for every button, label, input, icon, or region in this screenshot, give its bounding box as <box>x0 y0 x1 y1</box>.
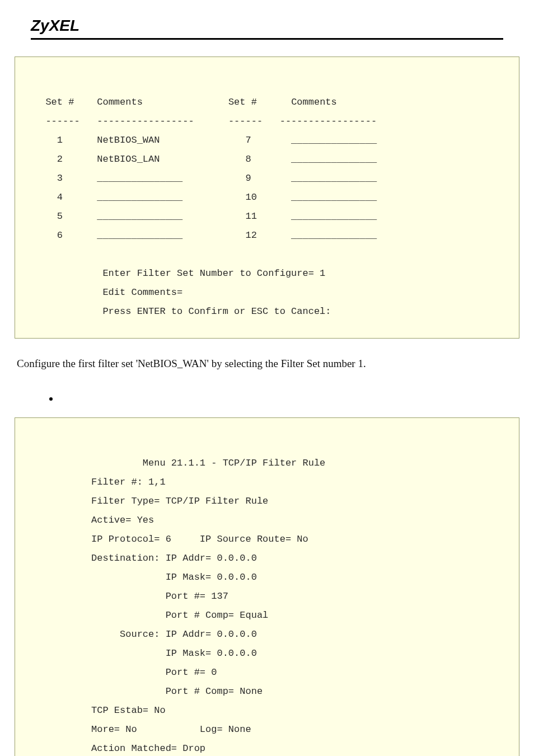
rule-line: Port # Comp= Equal <box>34 610 268 621</box>
filter-rule-box: Menu 21.1.1 - TCP/IP Filter Rule Filter … <box>15 417 519 756</box>
rule-line: Port # Comp= None <box>34 686 263 697</box>
table-row: 4 _______________ 10 _______________ <box>34 192 377 203</box>
rule-line: Destination: IP Addr= 0.0.0.0 <box>34 553 257 564</box>
rule-line: Action Matched= Drop <box>34 743 205 754</box>
rule-line: Filter #: 1,1 <box>34 477 166 487</box>
rule-line: Filter Type= TCP/IP Filter Rule <box>34 496 268 506</box>
bullet-icon <box>49 397 53 401</box>
rule-line: IP Protocol= 6 IP Source Route= No <box>34 534 308 544</box>
rule-line: More= No Log= None <box>34 724 251 735</box>
rule-line: TCP Estab= No <box>34 705 166 716</box>
filter-set-table-box: Set # Comments Set # Comments ------ ---… <box>15 57 519 339</box>
table-row: 2 NetBIOS_LAN 8 _______________ <box>34 154 377 165</box>
table-row: 6 _______________ 12 _______________ <box>34 230 377 241</box>
instruction-text: Configure the first filter set 'NetBIOS_… <box>15 355 519 372</box>
header-rule: ZyXEL <box>31 0 503 40</box>
table-divider-row: ------ ----------------- ------ --------… <box>34 116 377 126</box>
rule-line: Active= Yes <box>34 515 154 525</box>
table-footer-line: Enter Filter Set Number to Configure= 1 <box>34 268 325 279</box>
rule-line: Port #= 0 <box>34 667 217 678</box>
bullet-item <box>15 395 519 417</box>
rule-line: Source: IP Addr= 0.0.0.0 <box>34 629 257 640</box>
table-row: 5 _______________ 11 _______________ <box>34 211 377 222</box>
rule-title: Menu 21.1.1 - TCP/IP Filter Rule <box>34 458 325 468</box>
rule-line: IP Mask= 0.0.0.0 <box>34 648 257 659</box>
logo: ZyXEL <box>31 17 79 34</box>
table-header-row: Set # Comments Set # Comments <box>34 97 337 107</box>
table-footer-line: Edit Comments= <box>34 287 182 298</box>
table-row: 1 NetBIOS_WAN 7 _______________ <box>34 135 377 145</box>
table-row: 3 _______________ 9 _______________ <box>34 173 377 184</box>
rule-line: Port #= 137 <box>34 591 228 602</box>
table-footer-line: Press ENTER to Confirm or ESC to Cancel: <box>34 306 331 317</box>
rule-line: IP Mask= 0.0.0.0 <box>34 572 257 583</box>
